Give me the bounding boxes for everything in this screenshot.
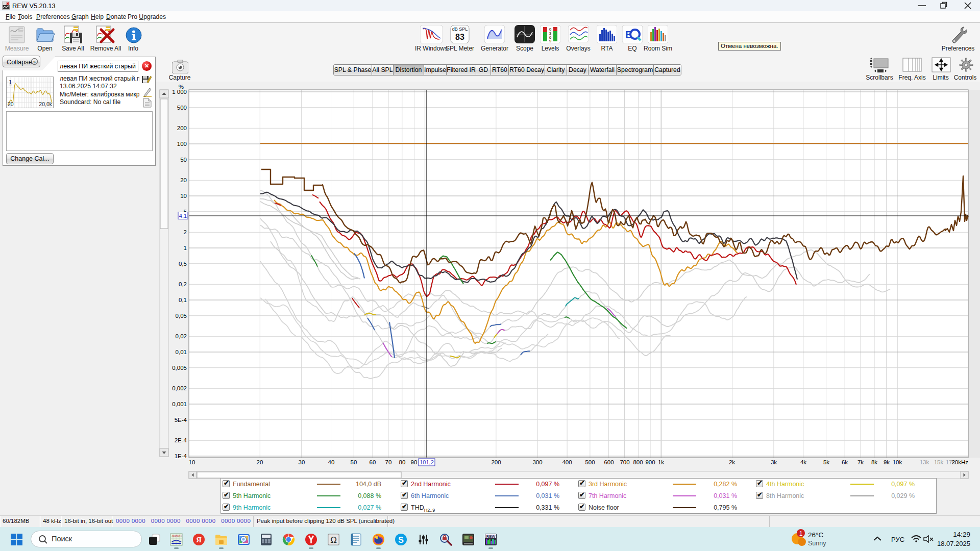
svg-text:4k: 4k — [800, 459, 806, 465]
svg-text:4,1: 4,1 — [179, 213, 187, 219]
svg-text:0,001: 0,001 — [172, 401, 187, 407]
svg-text:20: 20 — [180, 177, 187, 183]
svg-text:9k: 9k — [884, 459, 890, 465]
svg-text:20,0k: 20,0k — [39, 101, 52, 107]
svg-text:90: 90 — [411, 459, 418, 465]
svg-text:0,1: 0,1 — [179, 297, 187, 303]
svg-text:2k: 2k — [729, 459, 735, 465]
svg-text:200: 200 — [491, 459, 501, 465]
svg-text:10: 10 — [189, 459, 195, 465]
svg-text:1: 1 — [9, 79, 12, 85]
svg-text:600: 600 — [604, 459, 614, 465]
svg-text:2E-4: 2E-4 — [175, 437, 187, 443]
svg-text:20: 20 — [8, 101, 14, 107]
svg-text:5k: 5k — [823, 459, 829, 465]
svg-text:0,002: 0,002 — [172, 385, 187, 391]
svg-text:REW: REW — [486, 534, 496, 539]
svg-text:dB SPL: dB SPL — [452, 27, 468, 32]
svg-text:20kHz: 20kHz — [951, 459, 968, 465]
svg-text:audio1: audio1 — [172, 534, 182, 538]
svg-text:S: S — [398, 536, 404, 544]
svg-text:300: 300 — [532, 459, 542, 465]
svg-text:30: 30 — [299, 459, 305, 465]
svg-text:500: 500 — [177, 105, 187, 111]
svg-text:100: 100 — [177, 141, 187, 147]
svg-text:60: 60 — [370, 459, 376, 465]
svg-text:Я: Я — [196, 536, 202, 544]
svg-text:0,05: 0,05 — [176, 313, 187, 319]
svg-text:70: 70 — [385, 459, 392, 465]
svg-text:400: 400 — [562, 459, 572, 465]
svg-text:1: 1 — [799, 530, 803, 537]
svg-text:0,02: 0,02 — [176, 333, 187, 339]
svg-text:900: 900 — [645, 459, 655, 465]
svg-text:200: 200 — [177, 125, 187, 131]
svg-text:0,005: 0,005 — [172, 365, 187, 371]
svg-text:500: 500 — [585, 459, 595, 465]
svg-text:2: 2 — [184, 229, 187, 235]
svg-text:40: 40 — [328, 459, 335, 465]
svg-text:800: 800 — [633, 459, 643, 465]
svg-text:0,01: 0,01 — [176, 349, 187, 355]
svg-text:101,2: 101,2 — [420, 459, 434, 465]
svg-text:700: 700 — [620, 459, 629, 465]
svg-text:83: 83 — [455, 33, 464, 41]
svg-text:10k: 10k — [893, 459, 902, 465]
svg-text:7k: 7k — [857, 459, 864, 465]
svg-text:10: 10 — [180, 193, 187, 199]
svg-text:50: 50 — [351, 459, 357, 465]
svg-text:1E-4: 1E-4 — [175, 453, 187, 459]
svg-text:0,5: 0,5 — [179, 261, 187, 267]
svg-text:5E-4: 5E-4 — [175, 417, 187, 423]
svg-text:80: 80 — [399, 459, 406, 465]
svg-text:20: 20 — [257, 459, 263, 465]
svg-text:1: 1 — [184, 245, 187, 251]
svg-text:1k: 1k — [658, 459, 664, 465]
svg-text:50: 50 — [180, 157, 187, 163]
svg-text:13k: 13k — [920, 459, 929, 465]
svg-text:6k: 6k — [842, 459, 848, 465]
svg-text:8k: 8k — [871, 459, 877, 465]
svg-text:3k: 3k — [771, 459, 777, 465]
svg-text:9: 9 — [549, 39, 552, 43]
svg-text:0,2: 0,2 — [179, 281, 187, 287]
svg-text:Ω: Ω — [330, 535, 337, 545]
svg-text:1 000: 1 000 — [172, 89, 187, 95]
svg-text:15k: 15k — [934, 459, 944, 465]
